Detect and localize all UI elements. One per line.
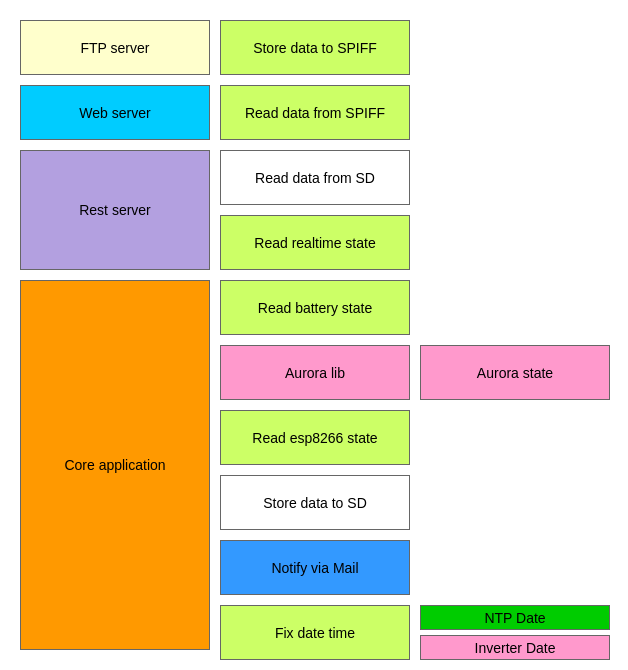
aurora-state: Aurora state <box>420 345 610 400</box>
fix-date: Fix date time <box>220 605 410 660</box>
notify-mail: Notify via Mail <box>220 540 410 595</box>
rest-server: Rest server <box>20 150 210 270</box>
core-app: Core application <box>20 280 210 650</box>
read-spiff: Read data from SPIFF <box>220 85 410 140</box>
ntp-date: NTP Date <box>420 605 610 630</box>
aurora-lib: Aurora lib <box>220 345 410 400</box>
inverter-date: Inverter Date <box>420 635 610 660</box>
ftp-server: FTP server <box>20 20 210 75</box>
read-realtime: Read realtime state <box>220 215 410 270</box>
read-battery: Read battery state <box>220 280 410 335</box>
store-spiff: Store data to SPIFF <box>220 20 410 75</box>
store-sd: Store data to SD <box>220 475 410 530</box>
diagram: FTP serverStore data to SPIFFWeb serverR… <box>10 10 618 660</box>
read-esp: Read esp8266 state <box>220 410 410 465</box>
read-sd: Read data from SD <box>220 150 410 205</box>
web-server: Web server <box>20 85 210 140</box>
